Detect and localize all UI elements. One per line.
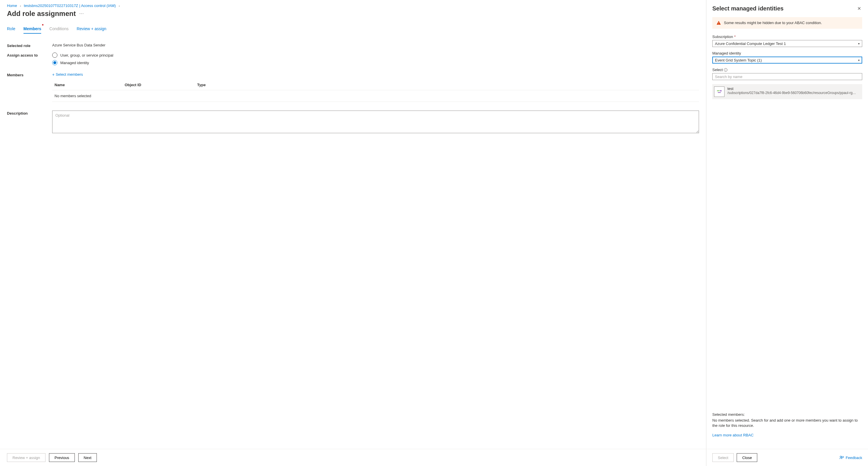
select-members-label: Select members — [56, 72, 83, 77]
panel-footer: Select Close Feedback — [707, 449, 868, 466]
search-input[interactable] — [712, 73, 862, 80]
tabs: Role Members Conditions Review + assign — [7, 25, 699, 34]
svg-rect-0 — [716, 89, 722, 95]
subscription-value: Azure Confidential Compute Ledger Test 1 — [715, 41, 786, 46]
required-indicator: * — [734, 34, 736, 39]
select-button: Select — [712, 453, 734, 462]
result-name: test — [727, 86, 856, 91]
members-table: Name Object ID Type No members selected — [52, 80, 699, 102]
chevron-right-icon: › — [20, 4, 21, 7]
learn-more-link[interactable]: Learn more about RBAC — [712, 433, 862, 437]
tab-members[interactable]: Members — [24, 25, 41, 33]
select-members-link[interactable]: + Select members — [52, 72, 83, 77]
review-assign-button: Review + assign — [7, 453, 45, 462]
managed-identity-value: Event Grid System Topic (1) — [715, 58, 762, 62]
assign-access-label: Assign access to — [7, 53, 52, 57]
managed-identity-label: Managed identity — [712, 51, 741, 55]
feedback-link[interactable]: Feedback — [839, 455, 862, 460]
close-button[interactable]: Close — [737, 453, 757, 462]
selected-role-value: Azure Service Bus Data Sender — [52, 43, 699, 47]
close-icon[interactable]: ✕ — [856, 5, 862, 12]
result-subtitle: /subscriptions/027da7f8-2fc6-46d4-9be9-5… — [727, 91, 856, 95]
breadcrumb-resource[interactable]: testsbns20250107T022710317Z | Access con… — [24, 3, 116, 8]
event-grid-icon — [714, 86, 724, 97]
selected-role-label: Selected role — [7, 43, 52, 48]
info-icon[interactable]: i — [724, 68, 727, 72]
tab-role[interactable]: Role — [7, 25, 16, 33]
col-type: Type — [197, 83, 699, 87]
radio-managed-label: Managed identity — [60, 61, 89, 65]
managed-identity-select[interactable]: Event Grid System Topic (1) ▾ — [712, 57, 862, 63]
select-label: Select — [712, 68, 723, 72]
main-footer: Review + assign Previous Next — [0, 449, 706, 466]
description-label: Description — [7, 111, 52, 115]
panel-title: Select managed identities — [712, 5, 784, 12]
warning-icon — [716, 21, 721, 25]
side-panel: Select managed identities ✕ Some results… — [706, 0, 868, 466]
col-object-id: Object ID — [125, 83, 197, 87]
breadcrumb-home[interactable]: Home — [7, 3, 17, 8]
members-empty: No members selected — [52, 90, 699, 102]
subscription-select[interactable]: Azure Confidential Compute Ledger Test 1… — [712, 40, 862, 47]
previous-button[interactable]: Previous — [49, 453, 75, 462]
more-actions-icon[interactable]: ··· — [79, 11, 84, 16]
tab-conditions: Conditions — [49, 25, 68, 33]
tab-members-label: Members — [24, 26, 41, 31]
subscription-label: Subscription — [712, 34, 733, 39]
feedback-label: Feedback — [846, 456, 862, 460]
result-item[interactable]: test /subscriptions/027da7f8-2fc6-46d4-9… — [712, 84, 862, 99]
members-label: Members — [7, 72, 52, 77]
modified-dot-icon — [42, 24, 43, 26]
plus-icon: + — [52, 72, 55, 77]
feedback-icon — [839, 455, 844, 460]
page-title: Add role assignment — [7, 9, 76, 18]
selected-members-help: No members selected. Search for and add … — [712, 418, 862, 428]
warning-banner: Some results might be hidden due to your… — [712, 17, 862, 29]
chevron-down-icon: ▾ — [858, 42, 860, 45]
chevron-right-icon: › — [119, 4, 120, 7]
radio-icon — [52, 53, 57, 58]
warning-text: Some results might be hidden due to your… — [724, 21, 822, 25]
radio-checked-icon — [52, 60, 57, 65]
chevron-down-icon: ▾ — [858, 59, 860, 62]
selected-members-label: Selected members: — [712, 412, 862, 417]
radio-user-group[interactable]: User, group, or service principal — [52, 53, 699, 58]
breadcrumb: Home › testsbns20250107T022710317Z | Acc… — [7, 3, 699, 8]
next-button[interactable]: Next — [78, 453, 97, 462]
radio-user-label: User, group, or service principal — [60, 53, 113, 57]
description-input[interactable] — [52, 111, 699, 133]
tab-review[interactable]: Review + assign — [76, 25, 106, 33]
col-name: Name — [52, 83, 125, 87]
radio-managed-identity[interactable]: Managed identity — [52, 60, 699, 65]
